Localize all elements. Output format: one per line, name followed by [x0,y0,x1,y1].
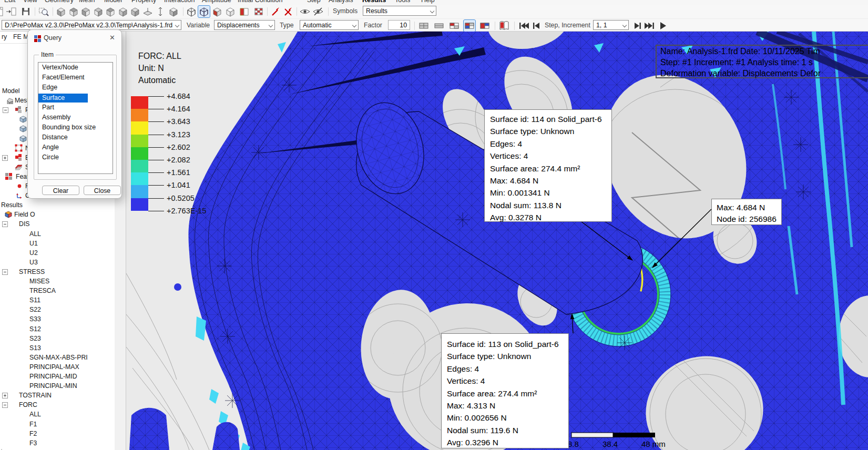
query-item-part[interactable]: Part [38,103,113,112]
menu-results[interactable]: Results [362,0,386,4]
menu-property[interactable]: Property [131,0,156,4]
step-increment-dropdown[interactable]: 1, 1 [593,20,629,30]
query-item-assembly[interactable]: Assembly [38,112,113,122]
compare-book-icon[interactable] [498,20,510,32]
query-item-distance[interactable]: Distance [38,132,113,142]
first-increment-icon[interactable] [518,20,529,32]
tree-item-s23[interactable]: S23 [0,334,115,343]
tree-item-all[interactable]: ALL [0,410,115,419]
results-file-dropdown[interactable]: D:\PrePoMax v2.3.0\PrePoMax v2.3.0\Temp\… [2,20,181,30]
grid-5-icon[interactable] [479,20,491,32]
tree-item-u1[interactable]: U1 [0,239,115,248]
view-front-cube-icon[interactable] [55,6,67,17]
view-top-cube-icon[interactable] [105,6,116,17]
tree-item-results[interactable]: Results [0,200,115,210]
hide-icon[interactable] [312,6,324,17]
tree-item-sgn-max-abs-pri[interactable]: SGN-MAX-ABS-PRI [0,353,115,362]
tree-item-principal-max[interactable]: PRINCIPAL-MAX [0,362,115,372]
expander-icon[interactable] [2,269,8,275]
next-increment-icon[interactable] [632,20,644,32]
tree-item-s11[interactable]: S11 [0,295,115,305]
iso-solid-cube-icon[interactable] [168,6,179,17]
query-item-angle[interactable]: Angle [38,142,113,152]
view-iso-cube-icon[interactable] [129,6,141,17]
tree-item-field-o[interactable]: Field O [0,210,115,219]
tree-item-principal-mid[interactable]: PRINCIPAL-MID [0,372,115,381]
menu-edit[interactable]: Edit [4,0,16,4]
menu-analysis[interactable]: Analysis [329,0,353,4]
new-file-icon[interactable] [0,6,5,17]
grid-3-icon[interactable] [448,20,460,32]
wire-cube-selected-icon[interactable] [198,6,210,17]
menu-interaction[interactable]: Interaction [164,0,195,4]
vertical-ruler-icon[interactable] [155,6,166,17]
expander-icon[interactable] [2,155,8,161]
expander-icon[interactable] [2,393,8,398]
tree-item-tostrain[interactable]: TOSTRAIN [0,391,115,400]
menu-tools[interactable]: Tools [395,0,410,4]
expander-icon[interactable] [3,107,8,113]
grid-1-icon[interactable] [418,20,430,32]
red-book-icon[interactable] [239,6,250,17]
query-item-surface[interactable]: Surface [38,93,113,103]
query-item-bounding-box-size[interactable]: Bounding box size [38,122,113,132]
type-dropdown[interactable]: Automatic [300,20,359,30]
tree-item-dis[interactable]: DIS [0,219,115,229]
view-left-cube-icon[interactable] [80,6,91,17]
zoom-box-icon[interactable] [38,6,49,17]
tree-item-tresca[interactable]: TRESCA [0,286,115,295]
query-item-edge[interactable]: Edge [38,83,113,93]
menu-step[interactable]: Step [307,0,321,4]
section-plane-icon[interactable] [142,6,154,17]
tree-item-f2[interactable]: F2 [0,429,115,438]
query-item-facet-element[interactable]: Facet/Element [38,73,113,83]
grid-4-selected-icon[interactable] [464,20,475,32]
view-back-cube-icon[interactable] [68,6,79,17]
menu-mesh[interactable]: Mesh [79,0,95,4]
tab-fe-model[interactable]: FE M [13,33,28,40]
close-icon[interactable]: ✕ [109,34,115,42]
tree-item-s13[interactable]: S13 [0,343,115,353]
tree-item-history-outputs[interactable]: History Outputs [0,448,115,450]
save-icon[interactable] [20,6,32,17]
view-right-cube-icon[interactable] [93,6,104,17]
tree-item-f1[interactable]: F1 [0,420,115,429]
previous-increment-icon[interactable] [531,20,543,32]
tree-item-f3[interactable]: F3 [0,438,115,448]
expander-icon[interactable] [2,221,8,227]
wire-cube-icon[interactable] [186,6,197,17]
play-animation-icon[interactable] [657,20,669,32]
menu-help[interactable]: Help [421,0,435,4]
menu-view[interactable]: View [23,0,37,4]
variable-dropdown[interactable]: Displacements [214,20,275,30]
menu-initial-condition[interactable]: Initial Condition [238,0,282,4]
checker-icon[interactable] [253,6,264,17]
menu-amplitude[interactable]: Amplitude [202,0,231,4]
half-cube-icon[interactable] [211,6,223,17]
expander-icon[interactable] [2,402,8,408]
tree-item-s12[interactable]: S12 [0,324,115,334]
show-icon[interactable] [299,6,311,17]
tree-item-mises[interactable]: MISES [0,277,115,286]
tree-item-u3[interactable]: U3 [0,258,115,267]
tree-item-u2[interactable]: U2 [0,248,115,258]
query-arrow-off-icon[interactable] [282,6,294,17]
menu-geometry[interactable]: Geometry [45,0,74,4]
view-bottom-cube-icon[interactable] [117,6,129,17]
query-item-list[interactable]: Vertex/NodeFacet/ElementEdgeSurfacePartA… [38,62,113,174]
grid-2-icon[interactable] [433,20,445,32]
factor-input[interactable]: 10 [388,20,410,30]
tree-item-s22[interactable]: S22 [0,305,115,314]
white-cube-icon[interactable] [224,6,236,17]
menu-model[interactable]: Model [104,0,122,4]
query-item-circle[interactable]: Circle [38,152,113,162]
close-button[interactable]: Close [84,186,121,195]
query-item-vertex-node[interactable]: Vertex/Node [38,63,113,73]
tree-item-s33[interactable]: S33 [0,314,115,324]
tab-geometry[interactable]: ry [2,33,7,40]
tree-item-forc[interactable]: FORC [0,400,115,410]
clear-button[interactable]: Clear [42,186,79,195]
import-icon[interactable] [5,6,17,17]
last-increment-icon[interactable] [644,20,655,32]
tree-item-stress[interactable]: STRESS [0,267,115,277]
